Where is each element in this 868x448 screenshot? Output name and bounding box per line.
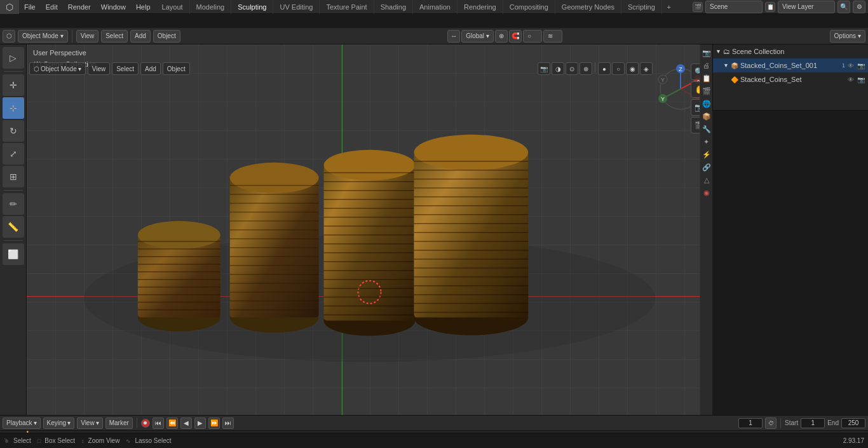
particles-props-icon[interactable]: ✦ <box>701 136 712 147</box>
jump-end-btn[interactable]: ⏭ <box>222 417 234 429</box>
frame-time-btn[interactable]: ⏱ <box>765 417 776 429</box>
rotate-tool-btn[interactable]: ↻ <box>3 120 24 142</box>
tab-layout[interactable]: Layout <box>156 0 190 14</box>
zoom-view-label: Zoom View <box>88 437 120 444</box>
scene-props-icon[interactable]: 🎬 <box>701 85 712 97</box>
material-mode-btn[interactable]: ◉ <box>626 62 639 75</box>
vp-select-btn[interactable]: Select <box>112 62 139 75</box>
proportional-btn[interactable]: ○ <box>523 30 542 43</box>
playback-label: Playback <box>6 419 32 426</box>
measure-tool-btn[interactable]: 📏 <box>3 216 24 238</box>
transform-icon[interactable]: ↔ <box>447 30 460 43</box>
world-props-icon[interactable]: 🌐 <box>701 98 712 109</box>
right-sidebar-strip: 📷 🖨 📋 🎬 🌐 📦 🔧 ✦ ⚡ 🔗 △ ◉ <box>700 44 712 415</box>
tab-scripting[interactable]: Scripting <box>621 0 662 14</box>
scene-selector[interactable]: Scene <box>705 1 763 13</box>
tab-shading[interactable]: Shading <box>374 0 413 14</box>
constraints-props-icon[interactable]: 🔗 <box>701 161 712 173</box>
tab-animation[interactable]: Animation <box>413 0 458 14</box>
rendered-mode-btn[interactable]: ◈ <box>640 62 653 75</box>
marker-dropdown[interactable]: Marker <box>105 417 133 429</box>
global-btn[interactable]: Global ▾ <box>461 30 494 43</box>
view-layer-selector[interactable]: View Layer <box>778 1 835 13</box>
current-frame-input[interactable]: 1 <box>738 418 763 428</box>
tab-sculpting[interactable]: Sculpting <box>231 0 273 14</box>
move-tool-btn[interactable]: ⊹ <box>3 97 24 119</box>
vp-view-btn[interactable]: View <box>88 62 111 75</box>
select-btn[interactable]: Select <box>101 30 128 43</box>
vp-object-btn[interactable]: Object <box>163 62 190 75</box>
vp-add-btn[interactable]: Add <box>140 62 161 75</box>
view-btn[interactable]: View <box>76 30 99 43</box>
view-layer-props-icon[interactable]: 📋 <box>701 72 712 84</box>
output-props-icon[interactable]: 🖨 <box>701 60 712 71</box>
item-num: 1 <box>842 62 845 69</box>
mode-icon[interactable]: ⬡ <box>3 30 15 43</box>
next-frame-btn[interactable]: ⏩ <box>208 417 220 429</box>
modifier-props-icon[interactable]: 🔧 <box>701 123 712 135</box>
menu-file[interactable]: File <box>19 0 41 14</box>
physics-props-icon[interactable]: ⚡ <box>701 149 712 160</box>
object-mode-btn[interactable]: Object Mode ▾ <box>18 30 68 43</box>
menu-edit[interactable]: Edit <box>41 0 63 14</box>
select-tool-btn[interactable]: ▷ <box>3 47 24 69</box>
tab-compositing[interactable]: Compositing <box>503 0 555 14</box>
sub-item-viewport-vis-btn[interactable]: 👁 <box>846 76 855 83</box>
play-btn[interactable]: ▶ <box>194 417 206 429</box>
select-status-label: Select <box>13 437 31 444</box>
options-label: Options <box>834 32 856 39</box>
gizmo-btn[interactable]: ⊕ <box>580 62 592 75</box>
solid-mode-btn[interactable]: ● <box>598 62 611 75</box>
render-props-icon[interactable]: 📷 <box>701 47 712 58</box>
prev-frame-btn[interactable]: ⏪ <box>166 417 178 429</box>
view-label: View <box>81 419 95 426</box>
tab-rendering[interactable]: Rendering <box>458 0 503 14</box>
outliner-stacked-coins-set[interactable]: 🔶 Stacked_Coins_Set 👁 📷 <box>713 72 868 86</box>
annotate-tool-btn[interactable]: ✏ <box>3 193 24 215</box>
sub-item-render-vis-btn[interactable]: 📷 <box>857 76 865 83</box>
mouse-icon: 🖱 <box>4 438 10 444</box>
data-props-icon[interactable]: △ <box>701 174 712 186</box>
tab-modeling[interactable]: Modeling <box>190 0 232 14</box>
reverse-play-btn[interactable]: ◀ <box>180 417 192 429</box>
outliner-stacked-coins-set-001[interactable]: ▼ 📦 Stacked_Coins_Set_001 1 👁 📷 <box>713 58 868 72</box>
snap-icon[interactable]: 🧲 <box>509 30 522 43</box>
jump-start-btn[interactable]: ⏮ <box>153 417 164 429</box>
cursor-tool-btn[interactable]: ✛ <box>3 74 24 96</box>
playback-dropdown[interactable]: Playback ▾ <box>3 417 41 429</box>
outliner-scene-collection[interactable]: ▼ 🗂 Scene Collection <box>713 44 868 58</box>
wireframe-mode-btn[interactable]: ○ <box>612 62 625 75</box>
3d-viewport[interactable]: User Perspective (1) Scene Collection ⬡ … <box>27 44 712 415</box>
add-workspace-button[interactable]: + <box>662 0 676 14</box>
options-btn[interactable]: Options ▾ <box>830 30 865 43</box>
end-frame-input[interactable] <box>841 418 865 428</box>
tab-uv-editing[interactable]: UV Editing <box>273 0 320 14</box>
camera-view-btn[interactable]: 📷 <box>538 62 550 75</box>
view-dropdown[interactable]: View ▾ <box>77 417 103 429</box>
play-record-btn[interactable]: ⏺ <box>141 419 150 428</box>
item-render-vis-btn[interactable]: 📷 <box>857 62 865 69</box>
object-props-icon[interactable]: 📦 <box>701 111 712 122</box>
overlay-btn[interactable]: ⊙ <box>566 62 578 75</box>
tab-texture-paint[interactable]: Texture Paint <box>320 0 374 14</box>
vp-mode-btn[interactable]: ⬡ Object Mode ▾ <box>29 62 86 75</box>
add-cube-btn[interactable]: ⬜ <box>3 243 24 265</box>
object-btn[interactable]: Object <box>153 30 180 43</box>
start-frame-input[interactable] <box>801 418 825 428</box>
viewport-shading-btn[interactable]: ◑ <box>552 62 564 75</box>
scale-tool-btn[interactable]: ⤢ <box>3 143 24 165</box>
menu-render[interactable]: Render <box>63 0 96 14</box>
pivot-icon[interactable]: ⊕ <box>495 30 508 43</box>
add-btn[interactable]: Add <box>130 30 151 43</box>
proportional2-btn[interactable]: ≋ <box>543 30 562 43</box>
menu-help[interactable]: Help <box>131 0 156 14</box>
settings-icon[interactable]: ⚙ <box>853 1 865 13</box>
item-viewport-vis-btn[interactable]: 👁 <box>846 62 855 69</box>
tab-geometry-nodes[interactable]: Geometry Nodes <box>555 0 621 14</box>
search-icon[interactable]: 🔍 <box>837 1 850 13</box>
menu-window[interactable]: Window <box>96 0 131 14</box>
material-props-icon[interactable]: ◉ <box>701 187 712 198</box>
lasso-select-label: Lasso Select <box>135 437 171 444</box>
keying-dropdown[interactable]: Keying ▾ <box>43 417 75 429</box>
transform-tool-btn[interactable]: ⊞ <box>3 166 24 187</box>
